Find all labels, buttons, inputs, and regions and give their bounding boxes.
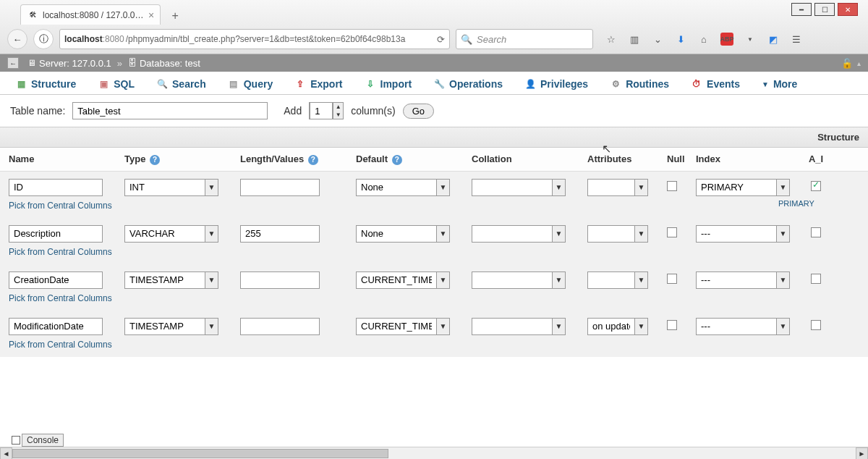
pick-central-columns-link[interactable]: Pick from Central Columns: [0, 338, 118, 357]
identity-button[interactable]: ⓘ: [33, 29, 54, 49]
col-index-select[interactable]: ▼: [696, 271, 790, 289]
col-name-input[interactable]: [9, 271, 103, 289]
help-icon[interactable]: ?: [308, 155, 318, 165]
col-attr-select[interactable]: ▼: [587, 318, 648, 335]
dropdown-icon[interactable]: ▼: [205, 272, 218, 288]
col-type-select[interactable]: ▼: [124, 271, 218, 289]
col-null-checkbox[interactable]: [667, 181, 677, 191]
col-default-select[interactable]: ▼: [356, 271, 450, 289]
dropdown-icon[interactable]: ▼: [634, 319, 647, 334]
caret-down-icon[interactable]: ▼: [744, 33, 757, 46]
tab-search[interactable]: 🔍Search: [145, 73, 217, 94]
dropdown-icon[interactable]: ▼: [634, 272, 647, 288]
dropdown-icon[interactable]: ▼: [205, 226, 218, 242]
url-box[interactable]: localhost:8080/phpmyadmin/tbl_create.php…: [59, 29, 450, 49]
col-name-input[interactable]: [9, 179, 103, 196]
tab-import[interactable]: ⇩Import: [354, 73, 423, 94]
col-ai-checkbox[interactable]: [811, 181, 821, 191]
col-ai-checkbox[interactable]: [811, 227, 821, 237]
col-default-select[interactable]: ▼: [356, 318, 450, 335]
maximize-button[interactable]: ☐: [814, 3, 835, 16]
dropdown-icon[interactable]: ▼: [205, 180, 218, 195]
go-button[interactable]: Go: [403, 104, 434, 119]
browser-tab[interactable]: 🛠 localhost:8080 / 127.0.0.1 / ... ×: [20, 4, 161, 25]
col-type-select[interactable]: ▼: [124, 225, 218, 243]
pick-central-columns-link[interactable]: Pick from Central Columns: [0, 292, 118, 311]
tab-routines[interactable]: ⚙Routines: [599, 73, 680, 94]
col-name-input[interactable]: [9, 225, 103, 243]
tablename-input[interactable]: [72, 102, 268, 119]
pocket-icon[interactable]: ⌄: [651, 33, 664, 46]
dropdown-icon[interactable]: ▼: [436, 272, 449, 288]
tab-operations[interactable]: 🔧Operations: [422, 73, 514, 94]
library-icon[interactable]: ▥: [628, 33, 641, 46]
extension-icon[interactable]: ◩: [767, 33, 780, 46]
dropdown-icon[interactable]: ▼: [634, 226, 647, 242]
col-ai-checkbox[interactable]: [811, 274, 821, 284]
tab-query[interactable]: ▤Query: [217, 73, 284, 94]
dropdown-icon[interactable]: ▼: [552, 226, 565, 242]
col-index-select[interactable]: ▼: [696, 179, 790, 196]
lock-icon[interactable]: 🔓: [841, 58, 853, 69]
dropdown-icon[interactable]: ▼: [776, 319, 789, 334]
tab-privileges[interactable]: 👤Privileges: [514, 73, 599, 94]
search-box[interactable]: 🔍 Search: [456, 29, 593, 49]
collapse-caret-icon[interactable]: ▴: [857, 59, 861, 67]
sidebar-toggle[interactable]: ←: [7, 57, 19, 69]
pick-central-columns-link[interactable]: Pick from Central Columns: [0, 199, 118, 218]
col-null-checkbox[interactable]: [667, 274, 677, 284]
download-icon[interactable]: ⬇: [674, 33, 687, 46]
col-type-select[interactable]: ▼: [124, 179, 218, 196]
tab-more[interactable]: ▼More: [751, 73, 808, 94]
col-ai-checkbox[interactable]: [811, 320, 821, 330]
server-crumb[interactable]: 🖥Server: 127.0.0.1: [27, 58, 111, 69]
col-attr-select[interactable]: ▼: [587, 179, 648, 196]
bookmark-icon[interactable]: ☆: [605, 33, 618, 46]
dropdown-icon[interactable]: ▼: [776, 272, 789, 288]
col-collation-select[interactable]: ▼: [472, 179, 566, 196]
add-count-input[interactable]: [310, 102, 333, 119]
tab-structure[interactable]: ▦Structure: [4, 73, 87, 94]
tab-export[interactable]: ⇪Export: [284, 73, 353, 94]
menu-icon[interactable]: ☰: [790, 33, 803, 46]
col-null-checkbox[interactable]: [667, 320, 677, 330]
col-name-input[interactable]: [9, 318, 103, 335]
col-collation-select[interactable]: ▼: [472, 271, 566, 289]
col-length-input[interactable]: [240, 179, 320, 196]
col-length-input[interactable]: [240, 271, 320, 289]
close-button[interactable]: ✕: [838, 3, 858, 16]
dropdown-icon[interactable]: ▼: [776, 226, 789, 242]
dropdown-icon[interactable]: ▼: [776, 180, 789, 195]
help-icon[interactable]: ?: [392, 155, 402, 165]
col-attr-select[interactable]: ▼: [587, 271, 648, 289]
col-index-select[interactable]: ▼: [696, 318, 790, 335]
minimize-button[interactable]: ━: [791, 3, 812, 16]
dropdown-icon[interactable]: ▼: [205, 319, 218, 334]
col-type-select[interactable]: ▼: [124, 318, 218, 335]
col-default-select[interactable]: ▼: [356, 179, 450, 196]
tab-events[interactable]: ⏱Events: [680, 73, 751, 94]
pick-central-columns-link[interactable]: Pick from Central Columns: [0, 245, 118, 264]
dropdown-icon[interactable]: ▼: [634, 180, 647, 195]
col-collation-select[interactable]: ▼: [472, 225, 566, 243]
col-length-input[interactable]: [240, 225, 320, 243]
add-count-stepper[interactable]: ▲▼: [309, 102, 344, 119]
back-button[interactable]: ←: [7, 29, 27, 49]
dropdown-icon[interactable]: ▼: [436, 226, 449, 242]
spin-up-icon[interactable]: ▲: [333, 103, 343, 111]
close-tab-icon[interactable]: ×: [148, 9, 154, 21]
col-default-select[interactable]: ▼: [356, 225, 450, 243]
col-length-input[interactable]: [240, 318, 320, 335]
reload-icon[interactable]: ⟳: [437, 34, 445, 45]
col-collation-select[interactable]: ▼: [472, 318, 566, 335]
home-icon[interactable]: ⌂: [697, 33, 710, 46]
dropdown-icon[interactable]: ▼: [552, 180, 565, 195]
dropdown-icon[interactable]: ▼: [436, 319, 449, 334]
help-icon[interactable]: ?: [150, 155, 160, 165]
dropdown-icon[interactable]: ▼: [436, 180, 449, 195]
database-crumb[interactable]: 🗄Database: test: [128, 58, 200, 69]
col-index-select[interactable]: ▼: [696, 225, 790, 243]
tab-sql[interactable]: ▣SQL: [87, 73, 145, 94]
dropdown-icon[interactable]: ▼: [552, 272, 565, 288]
dropdown-icon[interactable]: ▼: [552, 319, 565, 334]
